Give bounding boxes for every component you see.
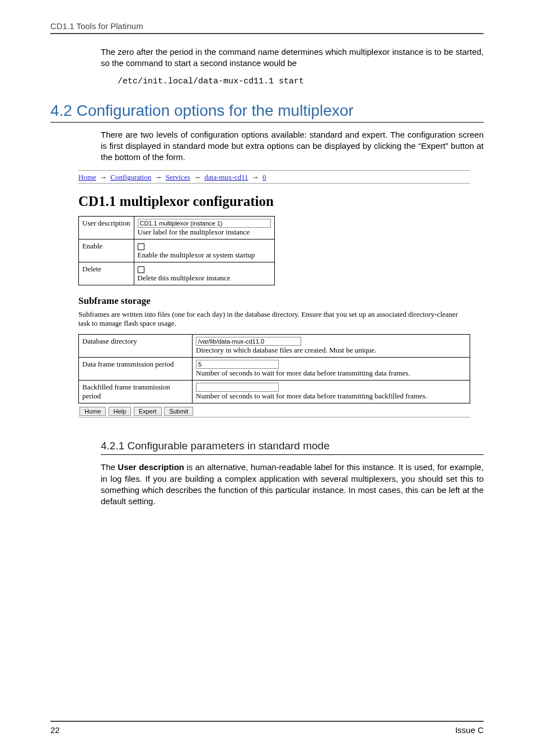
db-directory-input[interactable] <box>196 337 301 346</box>
enable-checkbox[interactable] <box>138 243 144 250</box>
footer-rule <box>50 721 484 722</box>
screenshot-crumb-rule <box>78 183 470 184</box>
row-label: Data frame transmission period <box>79 358 193 381</box>
row-value-cell: Delete this multiplexor instance <box>134 262 274 285</box>
row-label: User description <box>79 216 134 239</box>
subframe-paragraph: Subframes are written into files (one fo… <box>78 310 470 329</box>
row-desc: Directory in which database files are cr… <box>196 346 376 354</box>
table-row: User description User label for the mult… <box>79 216 275 239</box>
para-text: The <box>101 462 118 472</box>
button-row: Home Help Expert Submit <box>79 406 470 416</box>
table-row: Delete Delete this multiplexor instance <box>79 262 275 285</box>
crumb-home[interactable]: Home <box>78 173 96 181</box>
screenshot-bottom-rule <box>78 417 470 417</box>
subsection-heading: 4.2.1 Configurable parameters in standar… <box>101 440 484 452</box>
intro-paragraph: The zero after the period in the command… <box>101 46 484 69</box>
crumb-arrow-icon: → <box>192 173 203 181</box>
row-desc: Number of seconds to wait for more data … <box>196 392 427 400</box>
dft-period-input[interactable] <box>196 360 279 369</box>
row-label: Enable <box>79 239 134 262</box>
crumb-configuration[interactable]: Configuration <box>110 173 151 181</box>
row-label: Backfilled frame transmission period <box>79 381 193 403</box>
config-table-main: User description User label for the mult… <box>78 216 275 285</box>
row-label: Delete <box>79 262 134 285</box>
issue-label: Issue C <box>455 725 484 735</box>
subsection-paragraph: The User description is an alternative, … <box>101 462 484 507</box>
table-row: Backfilled frame transmission period Num… <box>79 381 470 403</box>
row-desc: User label for the multiplexor instance <box>138 228 250 236</box>
row-desc: Number of seconds to wait for more data … <box>196 369 410 377</box>
running-head: CD1.1 Tools for Platinum <box>50 21 484 31</box>
row-desc: Delete this multiplexor instance <box>138 274 231 282</box>
config-table-storage: Database directory Directory in which da… <box>78 334 470 403</box>
row-value-cell: User label for the multiplexor instance <box>134 216 274 239</box>
crumb-arrow-icon: → <box>153 173 163 181</box>
crumb-arrow-icon: → <box>250 173 261 181</box>
delete-checkbox[interactable] <box>138 266 144 273</box>
screenshot-top-rule <box>78 170 470 171</box>
subsection-rule <box>101 454 484 455</box>
breadcrumb: Home → Configuration → Services → data-m… <box>78 173 470 182</box>
home-button[interactable]: Home <box>79 407 106 416</box>
help-button[interactable]: Help <box>109 407 132 416</box>
row-value-cell: Number of seconds to wait for more data … <box>193 381 470 403</box>
crumb-services[interactable]: Services <box>166 173 190 181</box>
expert-button[interactable]: Expert <box>134 407 162 416</box>
user-description-input[interactable] <box>138 219 271 228</box>
section-rule <box>50 122 484 123</box>
table-row: Enable Enable the multiplexor at system … <box>79 239 275 262</box>
backfill-period-input[interactable] <box>196 383 279 392</box>
page-footer: 22 Issue C <box>50 721 484 735</box>
row-desc: Enable the multiplexor at system startup <box>138 251 255 259</box>
config-screenshot: Home → Configuration → Services → data-m… <box>78 170 470 418</box>
page-number: 22 <box>50 725 60 735</box>
row-value-cell: Enable the multiplexor at system startup <box>134 239 274 262</box>
code-example: /etc/init.local/data-mux-cd11.1 start <box>118 76 484 87</box>
table-row: Data frame transmission period Number of… <box>79 358 470 381</box>
table-row: Database directory Directory in which da… <box>79 335 470 358</box>
row-value-cell: Directory in which database files are cr… <box>193 335 470 358</box>
row-label: Database directory <box>79 335 193 358</box>
subframe-heading: Subframe storage <box>78 295 470 307</box>
config-title: CD1.1 multiplexor configuration <box>78 194 470 209</box>
submit-button[interactable]: Submit <box>164 407 193 416</box>
header-rule <box>50 33 484 34</box>
row-value-cell: Number of seconds to wait for more data … <box>193 358 470 381</box>
crumb-arrow-icon: → <box>98 173 109 181</box>
crumb-instance[interactable]: 0 <box>263 173 266 181</box>
section-heading: 4.2 Configuration options for the multip… <box>50 102 484 120</box>
crumb-datamux[interactable]: data-mux-cd11 <box>204 173 248 181</box>
para-bold: User description <box>118 462 184 472</box>
section-paragraph: There are two levels of configuration op… <box>101 129 484 163</box>
